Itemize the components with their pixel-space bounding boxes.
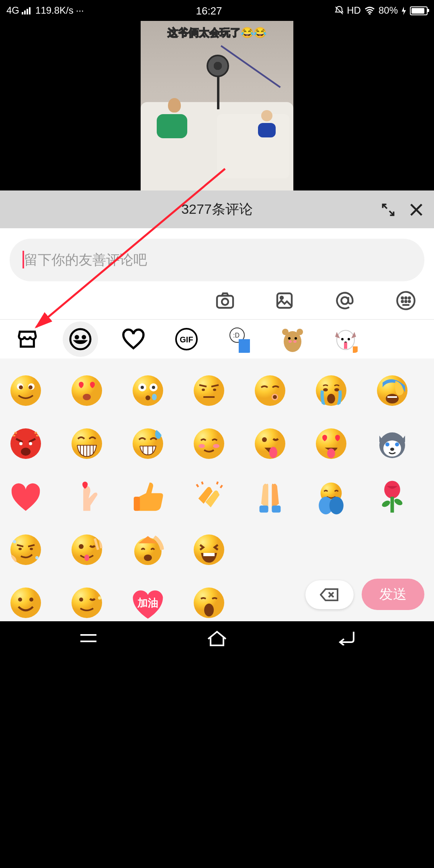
comment-sheet-header: 3277条评论 (0, 190, 434, 228)
svg-point-5 (369, 14, 370, 14)
emoji-unamused[interactable] (191, 373, 227, 408)
svg-rect-3 (29, 7, 31, 14)
tab-sticker-dog[interactable] (328, 321, 363, 357)
clock: 16:27 (84, 4, 334, 16)
svg-point-60 (273, 395, 277, 399)
emoji-laugh-open[interactable] (191, 532, 227, 567)
emoji-pout[interactable] (252, 373, 288, 408)
tab-gif[interactable]: GIF (169, 321, 204, 357)
svg-point-9 (222, 298, 228, 305)
video-frame: 这爷俩太会玩了😂😂 (141, 21, 293, 190)
emoji-clap[interactable] (191, 479, 227, 514)
svg-point-100 (330, 497, 344, 514)
emoji-tongue-wink[interactable] (252, 426, 288, 461)
emoji-love-tongue[interactable] (313, 426, 349, 461)
svg-point-22 (76, 336, 78, 338)
send-button[interactable]: 发送 (362, 579, 424, 610)
emoji-red-heart[interactable] (8, 479, 43, 514)
emoji-rose[interactable] (375, 479, 410, 514)
svg-point-21 (70, 329, 90, 349)
gif-label: GIF (175, 328, 198, 350)
svg-rect-38 (344, 342, 347, 349)
svg-rect-2 (27, 9, 28, 14)
svg-point-33 (293, 340, 297, 343)
mute-icon (334, 6, 344, 15)
svg-point-83 (199, 444, 205, 448)
emoji-cry[interactable] (313, 373, 349, 408)
emoji-party[interactable] (130, 532, 166, 567)
emoji-smirk[interactable] (8, 532, 43, 567)
emoji-smile[interactable] (8, 373, 43, 408)
emoji-pray[interactable] (252, 479, 288, 514)
video-area[interactable]: 这爷俩太会玩了😂😂 (0, 21, 434, 190)
emoji-yawn[interactable] (191, 585, 227, 620)
svg-point-46 (83, 394, 91, 400)
svg-point-122 (98, 596, 101, 600)
svg-rect-39 (353, 346, 358, 353)
svg-point-52 (145, 395, 150, 400)
tab-sticker-bear[interactable] (275, 321, 310, 357)
svg-point-120 (72, 588, 102, 618)
svg-point-35 (341, 338, 344, 340)
svg-rect-116 (203, 553, 215, 556)
svg-point-84 (213, 444, 219, 448)
emoji-husky[interactable] (375, 426, 410, 461)
emoji-wink[interactable] (69, 585, 104, 620)
emoji-blush[interactable] (191, 426, 227, 461)
svg-point-117 (10, 588, 41, 618)
emoji-facepalm[interactable] (375, 373, 410, 408)
emoji-surprised[interactable] (130, 373, 166, 408)
svg-point-108 (13, 540, 16, 543)
svg-point-43 (19, 385, 23, 389)
close-icon[interactable] (408, 201, 424, 217)
svg-text::D: :D (233, 332, 240, 339)
svg-point-69 (29, 442, 32, 445)
nav-home-icon[interactable] (207, 629, 227, 647)
svg-point-28 (282, 329, 289, 335)
emoji-grin[interactable] (69, 426, 104, 461)
keyboard-icon[interactable] (395, 290, 416, 311)
gallery-icon[interactable] (275, 291, 294, 310)
svg-point-81 (155, 429, 162, 439)
tab-store[interactable] (10, 321, 45, 357)
expand-icon[interactable] (381, 202, 395, 217)
emoji-wink-v[interactable] (69, 532, 104, 567)
tab-heart[interactable] (116, 321, 151, 357)
svg-point-23 (83, 336, 85, 338)
tab-sticker-blue[interactable]: :D (222, 321, 257, 357)
svg-rect-1 (24, 10, 26, 14)
battery-pct: 80% (379, 5, 398, 16)
backspace-button[interactable] (305, 580, 354, 609)
svg-point-111 (79, 544, 84, 549)
emoji-thumbs-up[interactable] (130, 479, 166, 514)
svg-point-82 (194, 428, 224, 459)
svg-point-45 (72, 375, 102, 406)
nav-back-icon[interactable] (336, 631, 356, 645)
attachment-row (0, 281, 434, 320)
svg-point-40 (10, 375, 41, 406)
svg-point-106 (18, 548, 22, 550)
svg-point-107 (30, 548, 33, 550)
svg-rect-96 (260, 506, 268, 513)
emoji-happy[interactable] (8, 585, 43, 620)
emoji-angry[interactable] (8, 426, 43, 461)
tab-smiley[interactable] (63, 321, 98, 357)
emoji-hug[interactable] (313, 479, 349, 514)
nav-menu-icon[interactable] (78, 632, 98, 645)
emoji-empty (313, 532, 349, 567)
emoji-jiayou[interactable]: 加油 (130, 585, 166, 620)
emoji-sweat-grin[interactable] (130, 426, 166, 461)
svg-point-50 (141, 386, 144, 389)
emoji-finger-heart[interactable] (69, 479, 104, 514)
emoji-heart-eyes[interactable] (69, 373, 104, 408)
svg-point-101 (384, 481, 400, 498)
svg-point-87 (269, 447, 277, 458)
at-icon[interactable] (334, 290, 355, 311)
svg-point-36 (348, 338, 350, 340)
svg-point-29 (297, 329, 303, 335)
comment-input[interactable]: 留下你的友善评论吧 (10, 239, 424, 281)
svg-point-51 (152, 386, 155, 389)
svg-point-16 (409, 297, 410, 298)
svg-rect-95 (134, 497, 140, 511)
camera-icon[interactable] (215, 291, 235, 310)
